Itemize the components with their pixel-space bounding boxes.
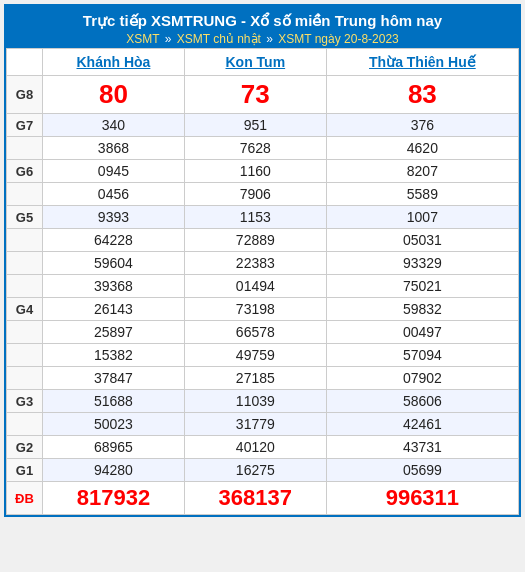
g4e-v2: 66578	[184, 321, 326, 344]
g4c-label	[7, 275, 43, 298]
g6a-v3: 4620	[326, 137, 518, 160]
link-xsmt-chunhat[interactable]: XSMT chủ nhật	[177, 32, 261, 46]
table-row: 25897 66578 00497	[7, 321, 519, 344]
table-row: 0456 7906 5589	[7, 183, 519, 206]
col-thuathienhue-header: Thừa Thiên Huế	[326, 49, 518, 76]
table-row: G6 0945 1160 8207	[7, 160, 519, 183]
g4a-v3: 05031	[326, 229, 518, 252]
g1-v1: 94280	[43, 459, 185, 482]
g6b-v2: 1160	[184, 160, 326, 183]
col-label-header	[7, 49, 43, 76]
g4b-v2: 22383	[184, 252, 326, 275]
g7-v3: 376	[326, 114, 518, 137]
g4f-v2: 49759	[184, 344, 326, 367]
g4g-v3: 07902	[326, 367, 518, 390]
g6b-v1: 0945	[43, 160, 185, 183]
table-row: 59604 22383 93329	[7, 252, 519, 275]
g6a-v2: 7628	[184, 137, 326, 160]
g5-label: G5	[7, 206, 43, 229]
g4b-label	[7, 252, 43, 275]
link-xsmt-date[interactable]: XSMT ngày 20-8-2023	[278, 32, 399, 46]
g4c-v3: 75021	[326, 275, 518, 298]
g3a-v3: 58606	[326, 390, 518, 413]
table-row: 64228 72889 05031	[7, 229, 519, 252]
g4g-v2: 27185	[184, 367, 326, 390]
g6c-label	[7, 183, 43, 206]
g4c-v2: 01494	[184, 275, 326, 298]
col-khanhhoa-header: Khánh Hòa	[43, 49, 185, 76]
g8-v2: 73	[184, 76, 326, 114]
g4e-label	[7, 321, 43, 344]
db-v1: 817932	[43, 482, 185, 515]
table-row: 3868 7628 4620	[7, 137, 519, 160]
g1-v3: 05699	[326, 459, 518, 482]
db-v3: 996311	[326, 482, 518, 515]
lottery-table: Khánh Hòa Kon Tum Thừa Thiên Huế G8 80 7…	[6, 48, 519, 515]
table-row: 50023 31779 42461	[7, 413, 519, 436]
table-row: G5 9393 1153 1007	[7, 206, 519, 229]
g1-label: G1	[7, 459, 43, 482]
table-row: G2 68965 40120 43731	[7, 436, 519, 459]
table-row: G7 340 951 376	[7, 114, 519, 137]
table-row: 37847 27185 07902	[7, 367, 519, 390]
col-kontum-header: Kon Tum	[184, 49, 326, 76]
header-links: XSMT » XSMT chủ nhật » XSMT ngày 20-8-20…	[10, 32, 515, 46]
g4b-v3: 93329	[326, 252, 518, 275]
g3b-v3: 42461	[326, 413, 518, 436]
g4a-v2: 72889	[184, 229, 326, 252]
g4b-v1: 59604	[43, 252, 185, 275]
g4f-label	[7, 344, 43, 367]
g2-label: G2	[7, 436, 43, 459]
g8-label: G8	[7, 76, 43, 114]
g7-v2: 951	[184, 114, 326, 137]
g4d-v3: 59832	[326, 298, 518, 321]
g4g-label	[7, 367, 43, 390]
g4e-v1: 25897	[43, 321, 185, 344]
header-title: Trực tiếp XSMTRUNG - Xổ số miền Trung hô…	[10, 12, 515, 30]
table-row: G1 94280 16275 05699	[7, 459, 519, 482]
g6a-label	[7, 137, 43, 160]
db-v2: 368137	[184, 482, 326, 515]
table-row: 15382 49759 57094	[7, 344, 519, 367]
g2-v3: 43731	[326, 436, 518, 459]
g4d-v1: 26143	[43, 298, 185, 321]
g6c-v1: 0456	[43, 183, 185, 206]
g1-v2: 16275	[184, 459, 326, 482]
db-label: ĐB	[7, 482, 43, 515]
g7-label: G7	[7, 114, 43, 137]
g6c-v3: 5589	[326, 183, 518, 206]
g4e-v3: 00497	[326, 321, 518, 344]
table-row: G4 26143 73198 59832	[7, 298, 519, 321]
g4d-v2: 73198	[184, 298, 326, 321]
g4f-v3: 57094	[326, 344, 518, 367]
g3b-v1: 50023	[43, 413, 185, 436]
g4a-label	[7, 229, 43, 252]
g8-v3: 83	[326, 76, 518, 114]
g2-v1: 68965	[43, 436, 185, 459]
g4a-v1: 64228	[43, 229, 185, 252]
table-header-row: Khánh Hòa Kon Tum Thừa Thiên Huế	[7, 49, 519, 76]
g3a-v2: 11039	[184, 390, 326, 413]
g3a-label: G3	[7, 390, 43, 413]
g6c-v2: 7906	[184, 183, 326, 206]
link-xsmt[interactable]: XSMT	[126, 32, 159, 46]
g5-v2: 1153	[184, 206, 326, 229]
g2-v2: 40120	[184, 436, 326, 459]
table-row: G3 51688 11039 58606	[7, 390, 519, 413]
table-row: G8 80 73 83	[7, 76, 519, 114]
g4c-v1: 39368	[43, 275, 185, 298]
g6a-v1: 3868	[43, 137, 185, 160]
g7-v1: 340	[43, 114, 185, 137]
g4g-v1: 37847	[43, 367, 185, 390]
table-row: 39368 01494 75021	[7, 275, 519, 298]
table-row: ĐB 817932 368137 996311	[7, 482, 519, 515]
g3b-label	[7, 413, 43, 436]
g5-v1: 9393	[43, 206, 185, 229]
g6b-label: G6	[7, 160, 43, 183]
g8-v1: 80	[43, 76, 185, 114]
g4d-label: G4	[7, 298, 43, 321]
g5-v3: 1007	[326, 206, 518, 229]
main-container: Trực tiếp XSMTRUNG - Xổ số miền Trung hô…	[4, 4, 521, 517]
g4f-v1: 15382	[43, 344, 185, 367]
header: Trực tiếp XSMTRUNG - Xổ số miền Trung hô…	[6, 6, 519, 48]
